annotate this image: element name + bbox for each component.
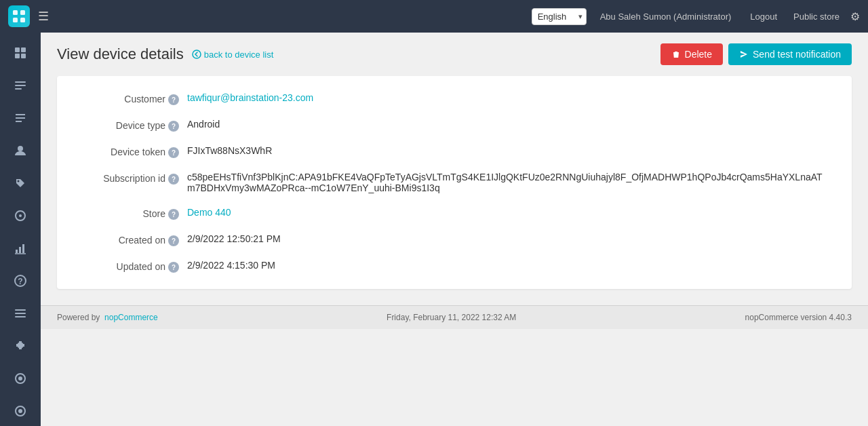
sidebar-item-customers[interactable] xyxy=(5,136,35,166)
svg-rect-21 xyxy=(15,309,26,311)
logout-button[interactable]: Logout xyxy=(745,9,783,24)
svg-rect-7 xyxy=(21,54,26,58)
sidebar-item-promotions[interactable] xyxy=(5,168,35,198)
svg-point-11 xyxy=(18,146,23,151)
svg-rect-15 xyxy=(16,250,18,253)
page-header-left: View device details back to device list xyxy=(57,45,273,63)
powered-by-text: Powered by xyxy=(57,313,100,322)
device-type-help-icon[interactable]: ? xyxy=(168,121,179,132)
svg-rect-6 xyxy=(15,54,20,58)
store-value: Demo 440 xyxy=(187,207,830,218)
store-label: Store ? xyxy=(79,207,187,220)
svg-rect-2 xyxy=(13,18,18,22)
user-name: Abu Saleh Sumon (Administrator) xyxy=(600,12,732,22)
store-row: Store ? Demo 440 xyxy=(79,207,830,220)
created-on-row: Created on ? 2/9/2022 12:50:21 PM xyxy=(79,233,830,246)
svg-rect-0 xyxy=(13,10,18,15)
back-icon xyxy=(192,50,201,59)
svg-rect-5 xyxy=(21,47,26,52)
customer-email-link[interactable]: tawfiqur@brainstation-23.com xyxy=(187,92,313,103)
sidebar: ? xyxy=(0,33,41,426)
device-token-value: FJIxTw88NsX3WhR xyxy=(187,145,830,156)
updated-on-row: Updated on ? 2/9/2022 4:15:30 PM xyxy=(79,260,830,273)
sidebar-item-configuration[interactable] xyxy=(5,298,35,328)
customer-value: tawfiqur@brainstation-23.com xyxy=(187,92,830,103)
app-logo xyxy=(8,5,30,27)
svg-point-25 xyxy=(18,376,22,381)
send-icon xyxy=(739,50,749,59)
nopcommerce-link[interactable]: nopCommerce xyxy=(104,313,158,322)
back-link-label: back to device list xyxy=(204,50,274,60)
hamburger-icon[interactable]: ☰ xyxy=(38,9,49,24)
created-on-label: Created on ? xyxy=(79,233,187,246)
device-token-label: Device token ? xyxy=(79,145,187,158)
device-token-row: Device token ? FJIxTw88NsX3WhR xyxy=(79,145,830,158)
sidebar-item-help[interactable]: ? xyxy=(5,266,35,296)
svg-rect-4 xyxy=(15,47,20,52)
svg-point-32 xyxy=(193,50,201,58)
updated-on-label: Updated on ? xyxy=(79,260,187,273)
footer-powered-by: Powered by nopCommerce xyxy=(57,313,158,322)
back-to-device-list-link[interactable]: back to device list xyxy=(192,50,274,60)
customer-label: Customer ? xyxy=(79,92,187,105)
device-type-label: Device type ? xyxy=(79,119,187,132)
subscription-id-label: Subscription id ? xyxy=(79,172,187,185)
device-token-help-icon[interactable]: ? xyxy=(168,147,179,158)
device-type-row: Device type ? Android xyxy=(79,119,830,132)
updated-on-help-icon[interactable]: ? xyxy=(168,262,179,273)
public-store-button[interactable]: Public store xyxy=(788,9,845,24)
device-details-card: Customer ? tawfiqur@brainstation-23.com … xyxy=(57,76,852,289)
sidebar-item-orders[interactable] xyxy=(5,71,35,100)
updated-on-value: 2/9/2022 4:15:30 PM xyxy=(187,260,830,271)
customer-row: Customer ? tawfiqur@brainstation-23.com xyxy=(79,92,830,105)
device-type-value: Android xyxy=(187,119,830,130)
svg-rect-16 xyxy=(19,247,21,253)
content-area: View device details back to device list … xyxy=(41,33,868,426)
settings-icon[interactable]: ⚙ xyxy=(850,10,860,23)
footer-version: nopCommerce version 4.40.3 xyxy=(745,313,852,322)
subscription-id-value: c58peEHsTfiVnf3PblKjnC:APA91bFKE4VaQFpTe… xyxy=(187,172,830,193)
store-link[interactable]: Demo 440 xyxy=(187,207,231,218)
sidebar-item-plugin2[interactable] xyxy=(5,396,35,426)
svg-point-12 xyxy=(18,180,20,182)
svg-rect-22 xyxy=(15,313,26,314)
page-title: View device details xyxy=(57,45,184,63)
language-selector[interactable]: English French German Spanish xyxy=(532,8,587,25)
send-notification-button[interactable]: Send test notification xyxy=(728,43,852,65)
svg-rect-8 xyxy=(15,81,26,83)
language-dropdown[interactable]: English French German Spanish xyxy=(532,8,587,25)
sidebar-item-puzzle[interactable] xyxy=(5,331,35,361)
svg-rect-3 xyxy=(20,18,25,22)
footer-timestamp: Friday, February 11, 2022 12:32 AM xyxy=(387,313,516,322)
subscription-id-row: Subscription id ? c58peEHsTfiVnf3PblKjnC… xyxy=(79,172,830,193)
subscription-id-help-icon[interactable]: ? xyxy=(168,174,179,185)
svg-rect-1 xyxy=(20,10,25,15)
delete-button[interactable]: Delete xyxy=(660,43,723,65)
sidebar-item-cms[interactable] xyxy=(5,201,35,231)
trash-icon xyxy=(671,50,681,59)
topnav: ☰ English French German Spanish Abu Sale… xyxy=(0,0,868,33)
sidebar-item-reports[interactable] xyxy=(5,233,35,263)
store-help-icon[interactable]: ? xyxy=(168,209,179,220)
footer: Powered by nopCommerce Friday, February … xyxy=(41,305,868,329)
delete-button-label: Delete xyxy=(685,49,712,60)
created-on-help-icon[interactable]: ? xyxy=(168,235,179,246)
svg-point-27 xyxy=(18,409,22,413)
svg-rect-10 xyxy=(15,88,22,90)
sidebar-item-dashboard[interactable] xyxy=(5,38,35,68)
send-notification-button-label: Send test notification xyxy=(753,49,841,60)
svg-rect-17 xyxy=(22,244,24,253)
svg-point-14 xyxy=(19,214,22,217)
page-header: View device details back to device list … xyxy=(41,33,868,76)
created-on-value: 2/9/2022 12:50:21 PM xyxy=(187,233,830,244)
svg-rect-23 xyxy=(15,316,26,317)
page-header-actions: Delete Send test notification xyxy=(660,43,852,65)
svg-text:?: ? xyxy=(18,277,22,286)
customer-help-icon[interactable]: ? xyxy=(168,94,179,105)
sidebar-item-plugin1[interactable] xyxy=(5,364,35,393)
svg-rect-9 xyxy=(15,85,26,86)
sidebar-item-catalog[interactable] xyxy=(5,103,35,133)
